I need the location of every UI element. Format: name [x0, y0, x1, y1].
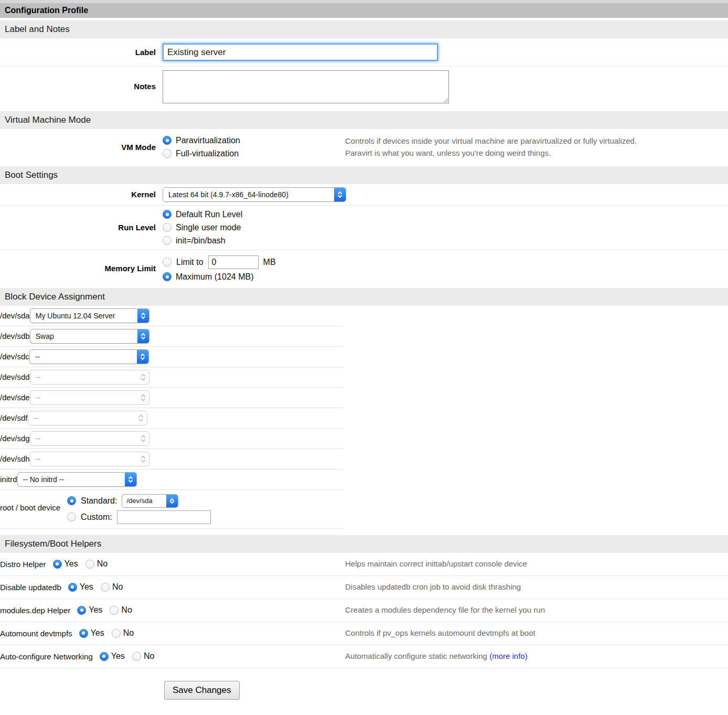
- memory-limit-to-radio[interactable]: [163, 258, 172, 266]
- device-select-sdd[interactable]: --: [30, 370, 149, 385]
- kernel-select[interactable]: Latest 64 bit (4.9.7-x86_64-linode80): [163, 187, 346, 202]
- helper-row-modules-dep: modules.dep Helper Yes No Creates a modu…: [0, 599, 728, 622]
- device-label-sde: /dev/sde: [0, 393, 30, 402]
- device-label-sdh: /dev/sdh: [0, 454, 30, 463]
- full-virtualization-radio[interactable]: [163, 149, 172, 158]
- memory-limit-input[interactable]: [208, 255, 259, 269]
- section-header-vm-mode: Virtual Machine Mode: [0, 111, 728, 129]
- root-custom-input[interactable]: [117, 510, 211, 524]
- default-run-level-radio-label: Default Run Level: [176, 210, 242, 219]
- root-custom-radio[interactable]: [67, 513, 76, 521]
- modules-dep-yes-radio[interactable]: [77, 606, 86, 615]
- select-stepper-icon: [125, 473, 136, 486]
- block-device-row-sdg: /dev/sdg --: [0, 429, 344, 449]
- select-stepper-icon: [334, 188, 346, 201]
- label-field-row: Label: [0, 38, 728, 67]
- memory-limit-unit: MB: [263, 258, 276, 267]
- select-stepper-icon: [135, 411, 147, 425]
- auto-configure-networking-no-radio[interactable]: [132, 652, 141, 661]
- select-stepper-icon: [137, 309, 149, 323]
- memory-maximum-label: Maximum (1024 MB): [176, 272, 253, 282]
- save-area: Save Changes: [0, 668, 728, 706]
- select-stepper-icon: [137, 350, 148, 364]
- vm-mode-row: VM Mode Paravirtualization Full-virtuali…: [0, 129, 728, 165]
- distro-helper-yes-radio[interactable]: [53, 560, 62, 569]
- vm-mode-label: VM Mode: [0, 143, 156, 152]
- block-device-row-sdh: /dev/sdh --: [0, 449, 344, 469]
- section-header-block-devices: Block Device Assignment: [0, 288, 728, 306]
- automount-devtmpfs-help-text: Controls if pv_ops kernels automount dev…: [345, 627, 728, 639]
- init-bin-bash-radio[interactable]: [163, 236, 172, 245]
- device-select-sdh[interactable]: --: [30, 452, 149, 466]
- configuration-profile-page: Configuration Profile Label and Notes La…: [0, 0, 728, 706]
- select-stepper-icon: [137, 452, 149, 466]
- label-input[interactable]: [163, 44, 438, 61]
- modules-dep-help-text: Creates a modules dependency file for th…: [345, 604, 728, 616]
- single-user-mode-radio-label: Single user mode: [176, 223, 241, 232]
- device-label-sdf: /dev/sdf: [0, 413, 28, 422]
- section-header-boot-settings: Boot Settings: [0, 166, 728, 184]
- notes-textarea[interactable]: [163, 70, 449, 103]
- disable-updatedb-label: Disable updatedb: [0, 583, 61, 592]
- default-run-level-radio[interactable]: [163, 210, 172, 219]
- page-title: Configuration Profile: [0, 3, 728, 18]
- select-stepper-icon: [137, 432, 149, 445]
- select-stepper-icon: [166, 495, 178, 507]
- root-boot-device-label: root / boot device: [0, 494, 60, 524]
- device-select-sdb[interactable]: Swap: [30, 329, 149, 344]
- select-stepper-icon: [137, 391, 149, 404]
- device-select-sdg[interactable]: --: [30, 431, 149, 446]
- helper-row-networking: Auto-configure Networking Yes No Automat…: [0, 645, 728, 668]
- init-bin-bash-radio-label: init=/bin/bash: [176, 236, 226, 246]
- automount-devtmpfs-no-radio[interactable]: [112, 629, 121, 638]
- auto-configure-networking-help-text: Automatically configure static networkin…: [345, 650, 728, 662]
- paravirtualization-radio[interactable]: [163, 136, 172, 145]
- device-select-sde[interactable]: --: [30, 390, 149, 405]
- kernel-label: Kernel: [0, 190, 156, 199]
- helper-row-distro: Distro Helper Yes No Helps maintain corr…: [0, 553, 728, 576]
- modules-dep-label: modules.dep Helper: [0, 606, 70, 615]
- helper-row-devtmpfs: Automount devtmpfs Yes No Controls if pv…: [0, 622, 728, 645]
- device-select-sdc[interactable]: --: [29, 349, 149, 364]
- save-changes-button[interactable]: Save Changes: [164, 681, 240, 700]
- more-info-link[interactable]: (more info): [489, 652, 528, 660]
- device-select-sda[interactable]: My Ubuntu 12.04 Server: [30, 308, 149, 323]
- label-field-label: Label: [0, 48, 156, 57]
- disable-updatedb-yes-radio[interactable]: [68, 583, 77, 592]
- memory-maximum-radio[interactable]: [163, 272, 172, 281]
- device-select-sdf[interactable]: --: [28, 411, 147, 425]
- helper-row-updatedb: Disable updatedb Yes No Disables updated…: [0, 576, 728, 599]
- distro-helper-label: Distro Helper: [0, 560, 46, 569]
- root-boot-device-row: root / boot device Standard: /dev/sda Cu…: [0, 490, 344, 529]
- block-device-row-sdf: /dev/sdf --: [0, 408, 344, 429]
- memory-limit-row: Memory Limit Limit to MB Maximum (1024 M…: [0, 250, 728, 287]
- vm-mode-help-text: Controls if devices inside your virtual …: [345, 135, 728, 159]
- automount-devtmpfs-yes-radio[interactable]: [79, 629, 88, 638]
- auto-configure-networking-yes-radio[interactable]: [100, 652, 109, 661]
- distro-helper-no-radio[interactable]: [85, 560, 94, 569]
- section-header-label-and-notes: Label and Notes: [0, 20, 728, 38]
- paravirtualization-radio-label: Paravirtualization: [176, 136, 240, 145]
- initrd-select[interactable]: -- No initrd --: [17, 472, 137, 487]
- block-device-row-sde: /dev/sde --: [0, 388, 344, 408]
- device-label-sdb: /dev/sdb: [0, 332, 30, 340]
- notes-field-row: Notes: [0, 67, 728, 109]
- disable-updatedb-no-radio[interactable]: [101, 583, 110, 592]
- initrd-label: initrd: [0, 475, 17, 484]
- auto-configure-networking-label: Auto-configure Networking: [0, 652, 93, 661]
- select-stepper-icon: [137, 329, 149, 343]
- block-device-table: /dev/sda My Ubuntu 12.04 Server /dev/sdb…: [0, 306, 344, 529]
- root-standard-radio[interactable]: [67, 496, 76, 505]
- device-label-sda: /dev/sda: [0, 311, 30, 320]
- block-device-row-sdc: /dev/sdc --: [0, 347, 344, 367]
- device-label-sdd: /dev/sdd: [0, 372, 30, 381]
- distro-helper-help-text: Helps maintain correct inittab/upstart c…: [345, 558, 728, 570]
- select-stepper-icon: [137, 370, 149, 384]
- section-header-helpers: Filesystem/Boot Helpers: [0, 535, 728, 553]
- notes-field-label: Notes: [0, 70, 156, 91]
- block-device-row-sda: /dev/sda My Ubuntu 12.04 Server: [0, 306, 344, 326]
- modules-dep-no-radio[interactable]: [110, 606, 119, 615]
- root-standard-select[interactable]: /dev/sda: [122, 494, 178, 508]
- memory-limit-to-label: Limit to: [176, 258, 204, 267]
- single-user-mode-radio[interactable]: [163, 223, 172, 232]
